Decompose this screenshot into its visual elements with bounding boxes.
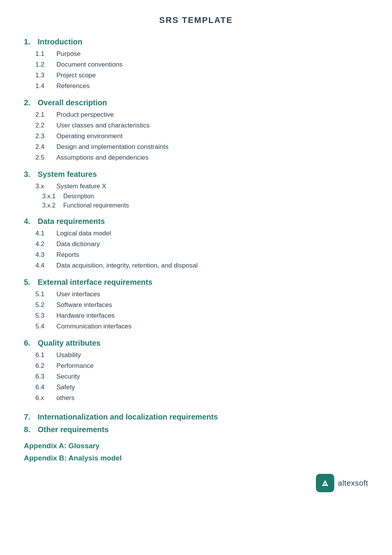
section-7-label: Internationalization and localization re…: [38, 413, 218, 421]
section-6: 6. Quality attributes 6.1 Usability 6.2 …: [24, 339, 368, 403]
subsection-6-2: 6.2 Performance: [36, 361, 368, 371]
section-5-label: External interface requirements: [38, 278, 153, 287]
section-7-number: 7.: [24, 413, 36, 421]
subsection-6-1: 6.1 Usability: [36, 350, 368, 361]
section-7: 7. Internationalization and localization…: [24, 413, 368, 421]
section-2-label: Overall description: [38, 98, 107, 107]
subsubsection-3-x-1: 3.x.1 Description: [42, 192, 368, 201]
footer: altexsoft: [24, 474, 368, 492]
subsection-5-1: 5.1 User interfaces: [36, 289, 368, 300]
subsection-1-3: 1.3 Project scope: [36, 70, 368, 81]
section-4: 4. Data requirements 4.1 Logical data mo…: [24, 217, 368, 271]
section-1: 1. Introduction 1.1 Purpose 1.2 Document…: [24, 38, 368, 91]
section-3-number: 3.: [24, 170, 36, 179]
subsection-2-4: 2.4 Design and implementation constraint…: [36, 142, 368, 152]
section-1-label: Introduction: [38, 38, 83, 46]
subsection-1-4: 1.4 References: [36, 81, 368, 91]
section-3: 3. System features 3.x System feature X …: [24, 170, 368, 210]
subsection-2-1: 2.1 Product perspective: [36, 109, 368, 120]
section-8-number: 8.: [24, 425, 36, 434]
subsection-5-3: 5.3 Hardware interfaces: [36, 310, 368, 321]
section-5-number: 5.: [24, 278, 36, 287]
subsection-4-3: 4.3 Reports: [36, 250, 368, 260]
altexsoft-logo-icon: [316, 474, 334, 492]
appendix-b: Appendix B: Analysis model: [24, 454, 368, 462]
logo-text: altexsoft: [338, 479, 368, 488]
section-8-label: Other requirements: [38, 425, 109, 434]
subsection-3-x: 3.x System feature X: [36, 181, 368, 192]
section-5: 5. External interface requirements 5.1 U…: [24, 278, 368, 332]
section-6-label: Quality attributes: [38, 339, 101, 348]
section-4-number: 4.: [24, 217, 36, 226]
subsection-1-1: 1.1 Purpose: [36, 49, 368, 59]
section-3-label: System features: [38, 170, 97, 179]
subsection-1-2: 1.2 Document conventions: [36, 59, 368, 70]
section-2: 2. Overall description 2.1 Product persp…: [24, 98, 368, 163]
subsection-4-2: 4.2 Data dictionary: [36, 239, 368, 250]
subsection-6-x: 6.x others: [36, 393, 368, 403]
subsubsection-3-x-2: 3.x.2 Functional requirements: [42, 201, 368, 210]
subsection-2-2: 2.2 User classes and characteristics: [36, 120, 368, 131]
appendix-a: Appendix A: Glossary: [24, 442, 368, 450]
section-1-number: 1.: [24, 38, 36, 46]
subsection-2-3: 2.3 Operating environment: [36, 131, 368, 142]
logo-container: altexsoft: [316, 474, 368, 492]
section-6-number: 6.: [24, 339, 36, 348]
subsection-6-4: 6.4 Safety: [36, 382, 368, 393]
section-8: 8. Other requirements: [24, 425, 368, 434]
subsection-6-3: 6.3 Security: [36, 371, 368, 382]
svg-rect-0: [323, 485, 327, 486]
subsection-2-5: 2.5 Assumptions and dependencies: [36, 152, 368, 163]
subsection-5-2: 5.2 Software interfaces: [36, 300, 368, 310]
page-title: SRS TEMPLATE: [24, 15, 368, 25]
subsection-5-4: 5.4 Communication interfaces: [36, 321, 368, 332]
subsection-4-4: 4.4 Data acquisition, integrity, retenti…: [36, 260, 368, 271]
section-4-label: Data requirements: [38, 217, 105, 226]
subsection-4-1: 4.1 Logical data model: [36, 228, 368, 239]
appendices: Appendix A: Glossary Appendix B: Analysi…: [24, 442, 368, 462]
section-2-number: 2.: [24, 98, 36, 107]
